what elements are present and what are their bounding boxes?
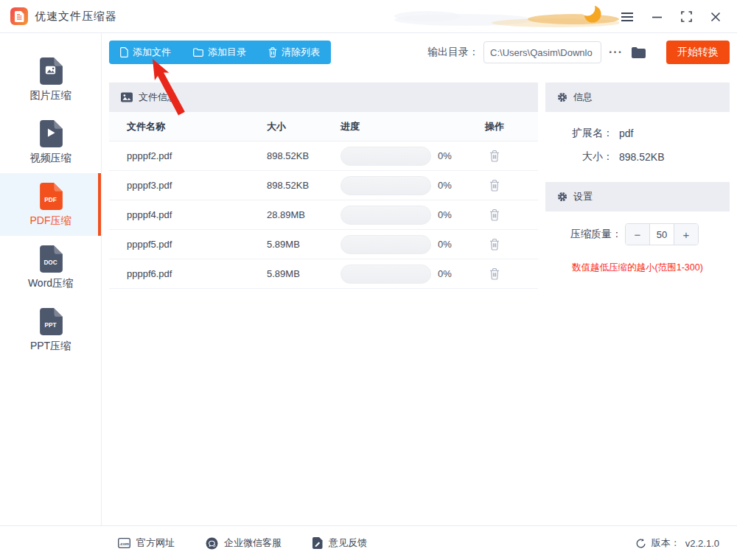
- footer-link-label: 官方网址: [136, 536, 175, 550]
- progress-percent: 0%: [438, 239, 452, 250]
- maximize-icon[interactable]: [674, 4, 699, 29]
- file-icon: [120, 47, 128, 57]
- footer-link-feedback[interactable]: 意见反馈: [312, 536, 367, 550]
- progress-cell: 0%: [340, 176, 485, 195]
- footer-link-wechat-service[interactable]: 企业微信客服: [206, 536, 282, 550]
- sidebar-item-image[interactable]: 图片压缩: [0, 48, 101, 111]
- panels-row: 文件信息 文件名称大小进度操作 ppppf2.pdf898.52KB0%pppp…: [109, 83, 730, 517]
- main-content: 添加文件 添加目录 清除列表 输出目录： ··· 开始转换: [102, 33, 737, 525]
- info-section-header: 信息: [545, 83, 730, 112]
- quality-value-input[interactable]: [649, 224, 674, 245]
- progress-percent: 0%: [438, 150, 452, 161]
- app-window: 优速文件压缩器 图片压缩 视频压: [0, 0, 737, 560]
- browse-dots-button[interactable]: ···: [604, 49, 627, 56]
- settings-section-title: 设置: [573, 190, 593, 203]
- toolbar: 添加文件 添加目录 清除列表 输出目录： ··· 开始转换: [109, 41, 730, 64]
- progress-cell: 0%: [340, 147, 485, 166]
- sidebar-item-label: 视频压缩: [30, 152, 71, 165]
- table-row[interactable]: ppppf2.pdf898.52KB0%: [109, 141, 538, 171]
- sidebar-item-ppt[interactable]: PPTPPT压缩: [0, 298, 101, 361]
- footer-link-label: 企业微信客服: [224, 536, 282, 550]
- footer-links: .com官方网址企业微信客服意见反馈: [118, 536, 367, 550]
- sidebar-item-pdf[interactable]: PDFPDF压缩: [0, 173, 101, 236]
- quality-decrease-button[interactable]: −: [626, 224, 649, 245]
- close-icon[interactable]: [703, 4, 728, 29]
- clear-list-button[interactable]: 清除列表: [257, 41, 331, 64]
- output-directory-input[interactable]: [483, 41, 601, 63]
- version-value: v2.2.1.0: [685, 538, 719, 549]
- info-body: 扩展名：pdf大小：898.52KB: [545, 112, 730, 182]
- progress-bar: [340, 147, 431, 166]
- add-file-button[interactable]: 添加文件: [109, 41, 182, 64]
- refresh-icon[interactable]: [635, 538, 646, 549]
- info-field-label: 大小：: [545, 150, 613, 164]
- progress-bar: [340, 176, 431, 195]
- progress-bar: [340, 235, 431, 254]
- progress-cell: 0%: [340, 265, 485, 284]
- info-field-label: 扩展名：: [545, 127, 613, 140]
- column-header: 操作: [485, 120, 538, 133]
- ppt-file-icon: PPT: [38, 307, 63, 336]
- delete-row-icon[interactable]: [488, 178, 501, 193]
- file-info-title: 文件信息: [139, 91, 177, 104]
- delete-row-icon[interactable]: [488, 237, 501, 252]
- moon-cloud-decoration: [383, 0, 619, 32]
- file-size: 5.89MB: [267, 239, 340, 250]
- sidebar-item-label: PPT压缩: [30, 340, 71, 353]
- table-row[interactable]: ppppf5.pdf5.89MB0%: [109, 230, 538, 259]
- sidebar: 图片压缩 视频压缩 PDFPDF压缩 DOCWord压缩 PPTPPT压缩: [0, 33, 102, 525]
- svg-text:PPT: PPT: [45, 322, 57, 329]
- footer: .com官方网址企业微信客服意见反馈 版本： v2.2.1.0: [0, 525, 737, 560]
- table-row[interactable]: ppppf6.pdf5.89MB0%: [109, 259, 538, 289]
- right-panel: 信息 扩展名：pdf大小：898.52KB 设置 压缩质量： − +: [545, 83, 730, 517]
- quality-increase-button[interactable]: +: [674, 224, 698, 245]
- operation-cell: [485, 148, 538, 164]
- app-title: 优速文件压缩器: [35, 10, 117, 24]
- file-name: ppppf5.pdf: [127, 239, 267, 250]
- gear-icon: [557, 192, 567, 202]
- output-directory-label: 输出目录：: [427, 46, 479, 59]
- progress-percent: 0%: [438, 268, 452, 279]
- doc-file-icon: DOC: [38, 245, 63, 273]
- delete-row-icon[interactable]: [488, 148, 501, 164]
- info-field: 大小：898.52KB: [545, 145, 730, 169]
- delete-row-icon[interactable]: [488, 266, 501, 281]
- sidebar-item-video[interactable]: 视频压缩: [0, 111, 101, 173]
- add-directory-button[interactable]: 添加目录: [182, 41, 257, 64]
- footer-link-website[interactable]: .com官方网址: [118, 536, 175, 550]
- menu-icon[interactable]: [615, 4, 640, 29]
- wechat-service-icon: [206, 537, 218, 550]
- operation-cell: [485, 207, 538, 223]
- table-row[interactable]: ppppf4.pdf28.89MB0%: [109, 200, 538, 230]
- sidebar-item-label: 图片压缩: [30, 89, 71, 102]
- feedback-icon: [312, 537, 323, 549]
- file-size: 5.89MB: [267, 268, 340, 279]
- table-rows: ppppf2.pdf898.52KB0%ppppf3.pdf898.52KB0%…: [109, 141, 538, 289]
- minimize-icon[interactable]: [644, 4, 669, 29]
- start-convert-button[interactable]: 开始转换: [666, 41, 730, 64]
- progress-percent: 0%: [438, 180, 452, 191]
- folder-icon: [193, 48, 203, 57]
- column-header: 大小: [267, 120, 340, 133]
- file-name: ppppf4.pdf: [127, 209, 267, 220]
- pdf-file-icon: PDF: [38, 182, 63, 211]
- quality-label: 压缩质量：: [545, 228, 622, 241]
- table-row[interactable]: ppppf3.pdf898.52KB0%: [109, 171, 538, 200]
- info-field-value: 898.52KB: [619, 151, 665, 163]
- delete-row-icon[interactable]: [488, 207, 501, 223]
- svg-text:.com: .com: [119, 542, 129, 546]
- quality-stepper: − +: [625, 223, 699, 245]
- info-field: 扩展名：pdf: [545, 122, 730, 145]
- open-folder-icon[interactable]: [632, 47, 646, 58]
- operation-cell: [485, 178, 538, 193]
- progress-bar: [340, 265, 431, 284]
- operation-cell: [485, 237, 538, 252]
- column-header: 文件名称: [127, 120, 267, 133]
- file-info-header: 文件信息: [109, 83, 538, 112]
- file-size: 898.52KB: [267, 180, 340, 191]
- sidebar-item-label: Word压缩: [28, 277, 73, 290]
- operation-cell: [485, 266, 538, 281]
- sidebar-item-word[interactable]: DOCWord压缩: [0, 236, 101, 298]
- file-size: 28.89MB: [267, 209, 340, 220]
- titlebar: 优速文件压缩器: [0, 0, 737, 33]
